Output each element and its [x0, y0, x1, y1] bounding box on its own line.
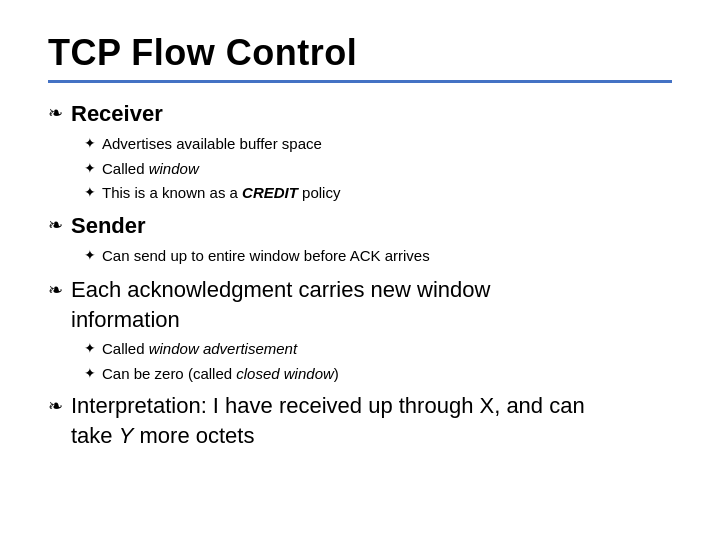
- ack-sub-2-text: Can be zero (called closed window): [102, 363, 339, 386]
- receiver-sub-3: ✦ This is a known as a CREDIT policy: [84, 182, 672, 205]
- interp-bullet: ❧ Interpretation: I have received up thr…: [48, 391, 672, 450]
- window-advert-italic: window advertisement: [149, 340, 297, 357]
- sender-label: Sender: [71, 213, 146, 239]
- ack-sub-bullets: ✦ Called window advertisement ✦ Can be z…: [84, 338, 672, 385]
- sender-sub-1: ✦ Can send up to entire window before AC…: [84, 245, 672, 268]
- sender-bullet: ❧ Sender: [48, 213, 672, 239]
- interp-text: Interpretation: I have received up throu…: [71, 391, 585, 450]
- receiver-label: Receiver: [71, 101, 163, 127]
- closed-window-italic: closed window: [236, 365, 334, 382]
- sub-icon-4: ✦: [84, 247, 96, 263]
- y-italic: Y: [119, 423, 134, 448]
- ack-sub-1: ✦ Called window advertisement: [84, 338, 672, 361]
- window-italic: window: [149, 160, 199, 177]
- sender-sub-bullets: ✦ Can send up to entire window before AC…: [84, 245, 672, 268]
- ack-text: Each acknowledgment carries new windowin…: [71, 275, 490, 334]
- receiver-icon: ❧: [48, 102, 63, 124]
- sub-icon-2: ✦: [84, 160, 96, 176]
- sub-icon-6: ✦: [84, 365, 96, 381]
- ack-bullet: ❧ Each acknowledgment carries new window…: [48, 275, 672, 334]
- interp-icon: ❧: [48, 395, 63, 417]
- ack-sub-1-text: Called window advertisement: [102, 338, 297, 361]
- slide: TCP Flow Control ❧ Receiver ✦ Advertises…: [0, 0, 720, 540]
- sub-icon-3: ✦: [84, 184, 96, 200]
- receiver-sub-2-text: Called window: [102, 158, 199, 181]
- title-underline: [48, 80, 672, 83]
- receiver-sub-3-text: This is a known as a CREDIT policy: [102, 182, 340, 205]
- sender-sub-1-text: Can send up to entire window before ACK …: [102, 245, 430, 268]
- receiver-sub-2: ✦ Called window: [84, 158, 672, 181]
- sub-icon-1: ✦: [84, 135, 96, 151]
- ack-sub-2: ✦ Can be zero (called closed window): [84, 363, 672, 386]
- receiver-sub-1-text: Advertises available buffer space: [102, 133, 322, 156]
- slide-title: TCP Flow Control: [48, 32, 672, 74]
- sub-icon-5: ✦: [84, 340, 96, 356]
- receiver-sub-bullets: ✦ Advertises available buffer space ✦ Ca…: [84, 133, 672, 205]
- receiver-sub-1: ✦ Advertises available buffer space: [84, 133, 672, 156]
- receiver-bullet: ❧ Receiver: [48, 101, 672, 127]
- ack-icon: ❧: [48, 279, 63, 301]
- sender-icon: ❧: [48, 214, 63, 236]
- credit-bold-italic: CREDIT: [242, 184, 298, 201]
- content-area: ❧ Receiver ✦ Advertises available buffer…: [48, 101, 672, 451]
